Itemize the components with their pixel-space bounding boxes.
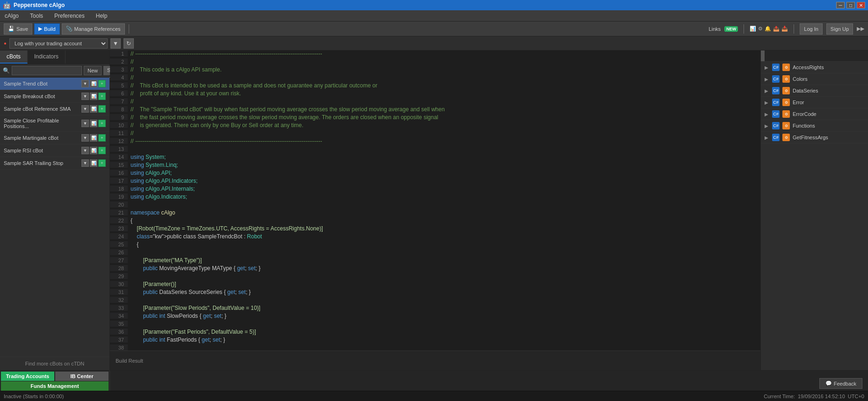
tab-indicators[interactable]: Indicators — [28, 50, 66, 64]
line-number: 4 — [110, 74, 128, 80]
new-cbot-button[interactable]: New — [84, 66, 102, 75]
ref-expand-icon: ▶ — [765, 112, 768, 117]
ref-name: GetFitnessArgs — [793, 135, 828, 140]
cbot-add-chart-btn[interactable]: 📊 — [90, 159, 97, 167]
reference-item[interactable]: ▶ C# ⚙ GetFitnessArgs — [761, 132, 868, 143]
feedback-button[interactable]: 💬 Feedback — [819, 378, 862, 389]
reference-item[interactable]: ▶ C# ⚙ AccessRights — [761, 62, 868, 73]
cbot-add-chart-btn[interactable]: 📊 — [90, 105, 97, 113]
cbot-add-chart-btn[interactable]: 📊 — [90, 147, 97, 154]
title-bar-controls[interactable]: ─ □ ✕ — [836, 2, 865, 8]
cbot-add-chart-btn[interactable]: 📊 — [90, 80, 97, 87]
bottom-area: Trading Accounts IB Center Funds Managem… — [0, 370, 868, 391]
toolbar-icon-4[interactable]: 📤 — [773, 26, 780, 32]
cbot-settings-btn[interactable]: ▼ — [81, 134, 89, 142]
title-bar-left: 🤖 Pepperstone cAlgo — [3, 1, 65, 9]
ib-center-button[interactable]: IB Center — [55, 372, 109, 381]
account-refresh-btn[interactable]: ↻ — [124, 38, 134, 49]
code-line: 14using System; — [110, 154, 760, 162]
expand-icon[interactable]: ▶▶ — [857, 26, 864, 32]
cbot-item[interactable]: Sample cBot Reference SMA ▼ 📊 + — [0, 103, 109, 115]
cbot-add-btn[interactable]: + — [98, 134, 106, 142]
time-value: 19/09/2016 14:52:10 — [798, 394, 845, 399]
cbot-add-btn[interactable]: + — [98, 93, 106, 100]
line-number: 10 — [110, 122, 128, 128]
cbot-add-chart-btn[interactable]: 📊 — [90, 134, 97, 142]
line-number: 31 — [110, 289, 128, 295]
cbot-add-chart-btn[interactable]: 📊 — [90, 120, 97, 127]
line-content: // — [128, 58, 760, 65]
search-input[interactable] — [12, 66, 82, 75]
toolbar-icon-5[interactable]: 📥 — [781, 26, 788, 32]
line-number: 27 — [110, 257, 128, 263]
build-result-label: Build Result — [116, 358, 143, 364]
cbot-item[interactable]: Sample Trend cBot ▼ 📊 + — [0, 78, 109, 90]
cbot-actions: ▼ 📊 + — [81, 147, 106, 154]
line-content: // -------------------------------------… — [128, 138, 760, 144]
manage-references-button[interactable]: 📎 Manage References — [62, 23, 125, 35]
find-more-link[interactable]: Find more cBots on cTDN — [0, 357, 109, 370]
cbot-add-btn[interactable]: + — [98, 147, 106, 154]
cbot-settings-btn[interactable]: ▼ — [81, 120, 89, 127]
line-content: // — [128, 130, 760, 136]
cbot-settings-btn[interactable]: ▼ — [81, 105, 89, 113]
toolbar-icon-1[interactable]: 📊 — [750, 26, 756, 32]
cbot-settings-btn[interactable]: ▼ — [81, 80, 89, 87]
save-button[interactable]: 💾 Save — [4, 23, 32, 35]
line-number: 26 — [110, 249, 128, 255]
maximize-button[interactable]: □ — [846, 2, 855, 8]
login-button[interactable]: Log In — [800, 23, 823, 35]
cbot-add-btn[interactable]: + — [98, 120, 106, 127]
cbot-item[interactable]: Sample Breakout cBot ▼ 📊 + — [0, 90, 109, 103]
cbot-add-btn[interactable]: + — [98, 105, 106, 113]
cbot-settings-btn[interactable]: ▼ — [81, 147, 89, 154]
cbot-settings-btn[interactable]: ▼ — [81, 159, 89, 167]
minimize-button[interactable]: ─ — [836, 2, 845, 8]
reference-item[interactable]: ▶ C# ⚙ Colors — [761, 73, 868, 85]
line-content: // profit of any kind. Use it at your ow… — [128, 90, 760, 97]
tab-cbots[interactable]: cBots — [0, 50, 28, 64]
code-line: 7// — [110, 98, 760, 106]
line-number: 32 — [110, 297, 128, 303]
build-button[interactable]: ▶ Build — [34, 23, 59, 35]
signup-button[interactable]: Sign Up — [826, 23, 853, 35]
code-line: 25 { — [110, 241, 760, 249]
main-layout: cBots Indicators 🔍 New Stop All Sample T… — [0, 50, 868, 370]
code-line: 32 — [110, 297, 760, 305]
toolbar-icon-3[interactable]: 🔔 — [765, 26, 771, 32]
menu-tools[interactable]: Tools — [28, 12, 45, 20]
cbot-item[interactable]: Sample SAR Trailing Stop ▼ 📊 + — [0, 157, 109, 170]
line-number: 36 — [110, 329, 128, 335]
account-dropdown-btn[interactable]: ▼ — [110, 38, 121, 49]
code-line: 17using cAlgo.API.Indicators; — [110, 178, 760, 186]
ref-expand-icon: ▶ — [765, 135, 768, 140]
cbot-item[interactable]: Sample RSI cBot ▼ 📊 + — [0, 144, 109, 157]
reference-item[interactable]: ▶ C# ⚙ ErrorCode — [761, 108, 868, 120]
cbot-item[interactable]: Sample Close Profitable Positions... ▼ 📊… — [0, 115, 109, 132]
cbot-item[interactable]: Sample Martingale cBot ▼ 📊 + — [0, 132, 109, 144]
code-line: 6// profit of any kind. Use it at your o… — [110, 90, 760, 98]
account-select[interactable]: Log with your trading account — [9, 38, 108, 49]
menu-help[interactable]: Help — [94, 12, 109, 20]
menu-calgo[interactable]: cAlgo — [3, 12, 21, 20]
panel-tabs: cBots Indicators — [0, 50, 109, 64]
menu-preferences[interactable]: Preferences — [52, 12, 87, 20]
reference-item[interactable]: ▶ C# ⚙ Error — [761, 97, 868, 108]
right-panel-header — [761, 50, 868, 62]
ref-type-icon2: ⚙ — [782, 110, 790, 118]
cbot-settings-btn[interactable]: ▼ — [81, 93, 89, 100]
code-editor[interactable]: 1// ------------------------------------… — [110, 50, 760, 351]
code-line: 20 — [110, 201, 760, 209]
status-bar: Inactive (Starts in 0:00:00) Current Tim… — [0, 391, 868, 401]
close-button[interactable]: ✕ — [857, 2, 865, 8]
funds-management-button[interactable]: Funds Management — [1, 381, 109, 391]
cbot-add-btn[interactable]: + — [98, 159, 106, 167]
code-line: 22{ — [110, 217, 760, 225]
trading-accounts-button[interactable]: Trading Accounts — [1, 372, 54, 381]
cbot-add-chart-btn[interactable]: 📊 — [90, 93, 97, 100]
code-line: 34 public int SlowPeriods { get; set; } — [110, 313, 760, 321]
reference-item[interactable]: ▶ C# ⚙ DataSeries — [761, 85, 868, 97]
reference-item[interactable]: ▶ C# ⚙ Functions — [761, 120, 868, 132]
toolbar-icon-2[interactable]: ⚙ — [758, 26, 763, 32]
cbot-add-btn[interactable]: + — [98, 80, 106, 87]
